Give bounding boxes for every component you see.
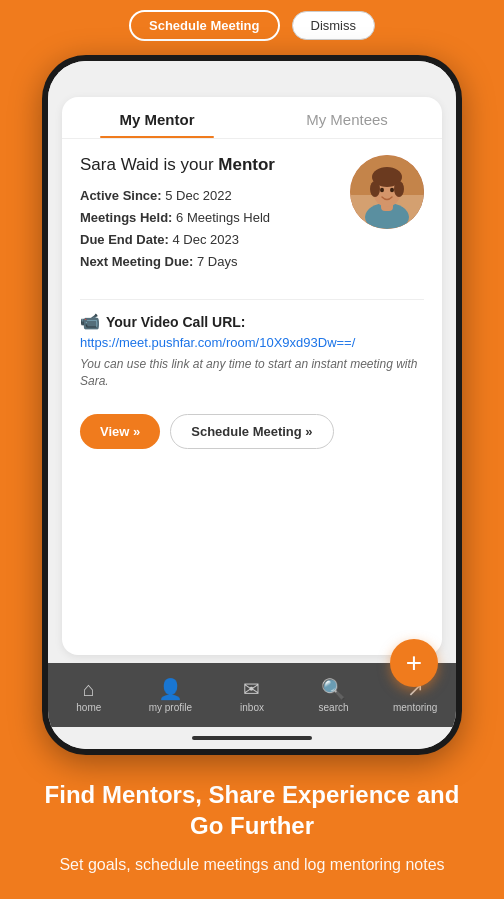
- tab-my-mentor[interactable]: My Mentor: [62, 97, 252, 138]
- nav-profile-label: my profile: [149, 702, 192, 713]
- avatar: [350, 155, 424, 229]
- mentor-next-meeting: Next Meeting Due: 7 Days: [80, 251, 275, 273]
- video-icon: 📹: [80, 312, 100, 331]
- nav-inbox[interactable]: ✉ inbox: [211, 679, 293, 713]
- phone-status-bar: [48, 61, 456, 89]
- svg-point-9: [390, 188, 394, 192]
- home-icon: ⌂: [83, 679, 95, 699]
- mentor-info: Sara Waid is your Mentor Active Since: 5…: [80, 155, 275, 273]
- home-indicator: [48, 727, 456, 749]
- avatar-illustration: [350, 155, 424, 229]
- action-buttons: View » Schedule Meeting »: [80, 414, 424, 449]
- home-bar: [192, 736, 312, 740]
- nav-mentoring-label: mentoring: [393, 702, 437, 713]
- fab-add-button[interactable]: +: [390, 639, 438, 687]
- mentor-name-headline: Sara Waid is your Mentor: [80, 155, 275, 175]
- mentor-header: Sara Waid is your Mentor Active Since: 5…: [80, 155, 424, 273]
- tab-my-mentees[interactable]: My Mentees: [252, 97, 442, 138]
- nav-my-profile[interactable]: 👤 my profile: [130, 679, 212, 713]
- svg-point-6: [370, 181, 380, 197]
- video-call-section: 📹 Your Video Call URL: https://meet.push…: [80, 312, 424, 390]
- nav-home-label: home: [76, 702, 101, 713]
- nav-inbox-label: inbox: [240, 702, 264, 713]
- video-note-text: You can use this link at any time to sta…: [80, 356, 424, 390]
- inbox-icon: ✉: [243, 679, 260, 699]
- phone-content-area: My Mentor My Mentees Sara Waid is your M…: [48, 89, 456, 663]
- card-content: Sara Waid is your Mentor Active Since: 5…: [62, 139, 442, 655]
- tabs-container: My Mentor My Mentees: [62, 97, 442, 139]
- nav-search[interactable]: 🔍 search: [293, 679, 375, 713]
- video-url-link[interactable]: https://meet.pushfar.com/room/10X9xd93Dw…: [80, 335, 424, 350]
- mentor-due-end-date: Due End Date: 4 Dec 2023: [80, 229, 275, 251]
- view-button[interactable]: View »: [80, 414, 160, 449]
- svg-point-7: [394, 181, 404, 197]
- schedule-meeting-top-button[interactable]: Schedule Meeting: [129, 10, 280, 41]
- main-card: My Mentor My Mentees Sara Waid is your M…: [62, 97, 442, 655]
- mentor-meetings-held: Meetings Held: 6 Meetings Held: [80, 207, 275, 229]
- mentor-active-since: Active Since: 5 Dec 2022: [80, 185, 275, 207]
- search-icon: 🔍: [321, 679, 346, 699]
- phone-screen: My Mentor My Mentees Sara Waid is your M…: [48, 61, 456, 749]
- phone-frame: My Mentor My Mentees Sara Waid is your M…: [42, 55, 462, 755]
- nav-search-label: search: [319, 702, 349, 713]
- divider: [80, 299, 424, 300]
- svg-point-8: [380, 188, 384, 192]
- video-call-title: 📹 Your Video Call URL:: [80, 312, 424, 331]
- top-notification-bar: Schedule Meeting Dismiss: [0, 0, 504, 51]
- footer-headline: Find Mentors, Share Experience and Go Fu…: [30, 779, 474, 841]
- dismiss-button[interactable]: Dismiss: [292, 11, 376, 40]
- footer-section: Find Mentors, Share Experience and Go Fu…: [0, 755, 504, 897]
- footer-subtext: Set goals, schedule meetings and log men…: [30, 853, 474, 877]
- profile-icon: 👤: [158, 679, 183, 699]
- nav-home[interactable]: ⌂ home: [48, 679, 130, 713]
- schedule-meeting-card-button[interactable]: Schedule Meeting »: [170, 414, 333, 449]
